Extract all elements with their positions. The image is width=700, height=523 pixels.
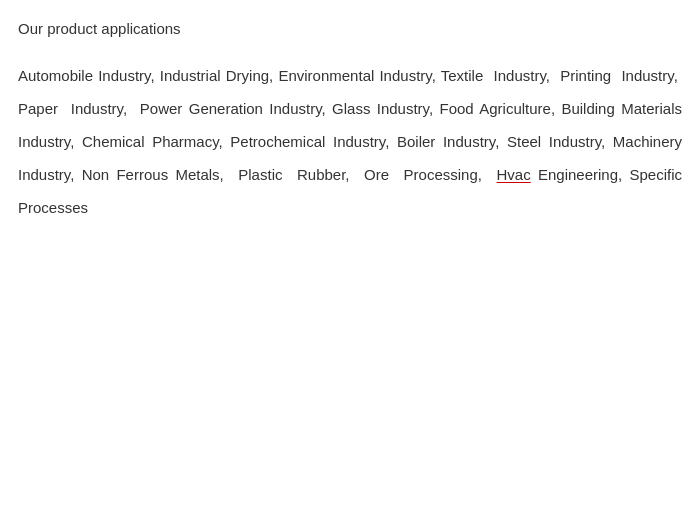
main-container: Our product applications Automobile Indu… — [0, 0, 700, 244]
hvac-link[interactable]: Hvac — [497, 166, 531, 183]
product-applications-text: Automobile Industry, Industrial Drying, … — [18, 59, 682, 224]
section-title: Our product applications — [18, 20, 682, 37]
